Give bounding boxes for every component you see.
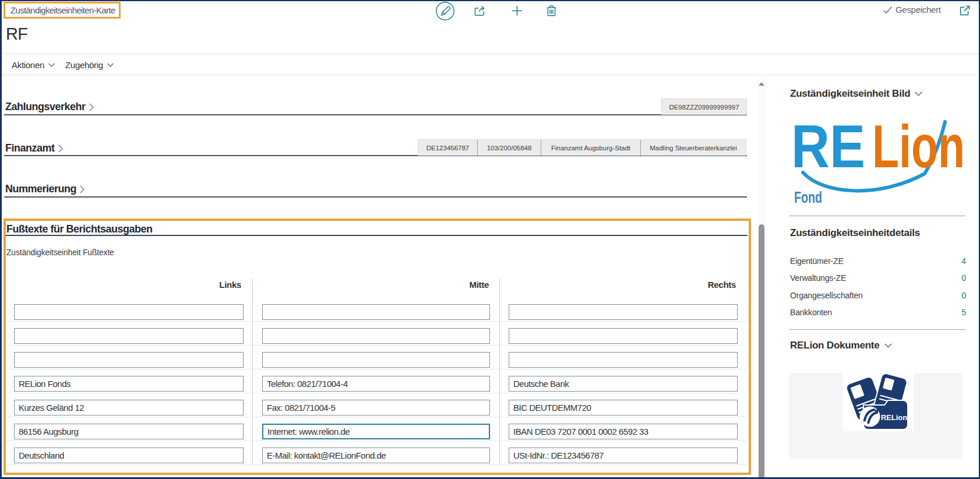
chevron-down-icon	[884, 343, 892, 348]
footer-input-links-6[interactable]	[14, 424, 244, 439]
footer-input-rechts-4[interactable]	[509, 376, 738, 392]
section-title: Finanzamt	[5, 142, 55, 154]
detail-value-link[interactable]: 0	[961, 273, 966, 283]
relion-documents-svg: RELion	[842, 374, 914, 431]
summary-chip-group: DE123456787 103/200/05848 Finanzamt Augs…	[418, 139, 746, 156]
section-fusstexte[interactable]: Fußtexte für Berichtsausgaben	[6, 223, 153, 235]
footer-input-mitte-7[interactable]	[262, 448, 490, 463]
saved-indicator: Gespeichert	[883, 5, 941, 15]
footer-input-mitte-1[interactable]	[262, 304, 490, 320]
menu-aktionen[interactable]: Aktionen	[12, 60, 55, 70]
chip-label: Finanzamt Augsburg-Stadt	[551, 145, 630, 152]
share-icon	[474, 5, 487, 16]
detail-value-link[interactable]: 5	[961, 308, 966, 317]
column-separator	[252, 279, 253, 465]
footer-input-mitte-2[interactable]	[262, 328, 490, 344]
factbox-title: RELion Dokumente	[790, 340, 880, 351]
column-separator	[499, 279, 500, 465]
menu-zugehoerig[interactable]: Zugehörig	[65, 60, 114, 70]
summary-chip[interactable]: Finanzamt Augsburg-Stadt	[541, 140, 640, 156]
chip-label: Madling Steuerberaterkanzlei	[650, 145, 737, 152]
section-zahlungsverkehr[interactable]: Zahlungsverkehr	[5, 101, 94, 113]
footer-input-rechts-5[interactable]	[509, 400, 738, 415]
scrollbar-up-arrow[interactable]	[759, 82, 764, 86]
popout-arrow-icon	[959, 5, 971, 16]
relion-logo: RE Lion Fond	[791, 117, 967, 209]
summary-chip[interactable]: 103/200/05848	[477, 140, 541, 156]
menu-label: Zugehörig	[65, 60, 103, 70]
footer-input-rechts-7[interactable]	[509, 448, 738, 463]
detail-row: Bankkonten 5	[790, 308, 966, 317]
chevron-right-icon	[80, 185, 84, 193]
footer-input-rechts-1[interactable]	[509, 304, 738, 320]
chevron-down-icon	[48, 63, 55, 67]
footer-input-links-4[interactable]	[14, 376, 244, 392]
chevron-right-icon	[89, 103, 94, 111]
logo-fond: Fond	[794, 189, 822, 206]
footer-input-links-2[interactable]	[14, 328, 244, 344]
relion-documents-image: RELion	[842, 374, 914, 434]
chevron-down-icon	[915, 91, 922, 96]
row-separator	[5, 464, 747, 465]
scrollbar-thumb[interactable]	[759, 224, 764, 477]
footer-input-links-7[interactable]	[14, 448, 244, 463]
page-title: RF	[6, 24, 27, 44]
footer-input-links-5[interactable]	[14, 400, 244, 415]
column-header-rechts: Rechts	[619, 280, 736, 290]
section-title: Nummerierung	[5, 183, 76, 195]
footer-input-mitte-4[interactable]	[262, 376, 490, 392]
detail-label: Verwaltungs-ZE	[790, 273, 846, 283]
page-caption-annotation: Zuständigkeitseinheiten-Karte	[3, 2, 121, 19]
divider	[5, 235, 748, 236]
action-bar: Aktionen Zugehörig	[12, 60, 114, 70]
factbox-title: Zuständigkeitseinheit Bild	[790, 88, 910, 100]
section-finanzamt[interactable]: Finanzamt	[5, 142, 63, 154]
popout-icon[interactable]	[959, 5, 971, 16]
page-caption: Zuständigkeitseinheiten-Karte	[5, 5, 115, 15]
new-button[interactable]	[512, 5, 523, 16]
row-separator	[5, 441, 747, 441]
factbox-title: Zuständigkeitseinheitdetails	[790, 227, 920, 239]
section-title: Zahlungsverkehr	[5, 101, 86, 113]
edit-button[interactable]	[435, 1, 456, 22]
check-icon	[883, 6, 893, 14]
factbox-details-header: Zuständigkeitseinheitdetails	[790, 227, 920, 239]
detail-label: Organgesellschaften	[790, 291, 863, 300]
divider	[4, 114, 747, 115]
column-header-links: Links	[125, 280, 241, 290]
logo-lion: Lion	[872, 117, 965, 180]
section-title: Fußtexte für Berichtsausgaben	[6, 223, 153, 235]
footer-input-rechts-3[interactable]	[509, 352, 738, 368]
share-button[interactable]	[474, 5, 487, 16]
footer-input-links-3[interactable]	[14, 352, 244, 368]
footer-input-mitte-6-focused[interactable]	[262, 424, 490, 439]
divider	[0, 75, 977, 75]
detail-label: Eigentümer-ZE	[790, 256, 844, 266]
delete-button[interactable]	[546, 5, 557, 16]
factbox-documents-header[interactable]: RELion Dokumente	[790, 340, 892, 351]
footer-input-rechts-2[interactable]	[509, 328, 738, 344]
footer-input-mitte-5[interactable]	[262, 400, 490, 415]
detail-value-link[interactable]: 4	[961, 256, 966, 266]
detail-label: Bankkonten	[790, 308, 832, 317]
row-separator	[5, 417, 747, 417]
summary-chip[interactable]: Madling Steuerberaterkanzlei	[640, 140, 746, 156]
summary-chip[interactable]: DE98ZZZ09999999997	[661, 98, 747, 115]
divider	[789, 216, 965, 216]
detail-row: Verwaltungs-ZE 0	[790, 273, 966, 283]
pencil-icon	[435, 1, 456, 22]
row-separator	[5, 345, 747, 346]
footer-input-links-1[interactable]	[14, 304, 244, 320]
section-nummerierung[interactable]: Nummerierung	[5, 183, 84, 195]
summary-chip[interactable]: DE123456787	[418, 140, 477, 156]
detail-value-link[interactable]: 0	[961, 291, 966, 300]
logo-re: RE	[791, 117, 865, 180]
divider	[4, 196, 747, 198]
factbox-picture-header[interactable]: Zuständigkeitseinheit Bild	[790, 88, 922, 100]
chip-label: DE123456787	[426, 145, 470, 152]
fusstexte-subtitle: Zuständigkeitseinheit Fußtexte	[6, 248, 114, 257]
svg-text:RELion: RELion	[881, 414, 907, 422]
divider	[5, 54, 979, 54]
footer-input-rechts-6[interactable]	[509, 424, 738, 439]
footer-input-mitte-3[interactable]	[262, 352, 490, 368]
